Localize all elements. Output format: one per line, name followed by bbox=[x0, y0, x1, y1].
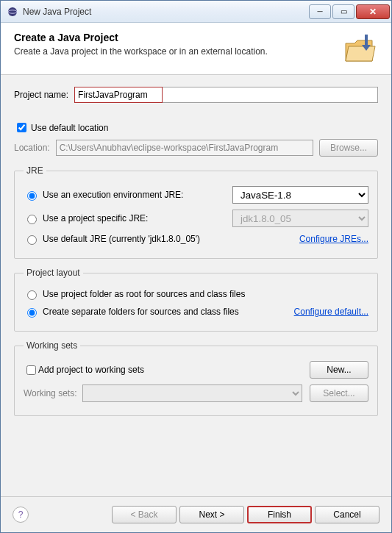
jre-exec-env-row: Use an execution environment JRE: JavaSE… bbox=[24, 186, 368, 204]
working-sets-select-row: Working sets: Select... bbox=[24, 384, 368, 402]
jre-default-label: Use default JRE (currently 'jdk1.8.0_05'… bbox=[43, 234, 299, 244]
next-button[interactable]: Next > bbox=[179, 506, 244, 523]
project-name-input[interactable] bbox=[74, 87, 163, 103]
svg-rect-4 bbox=[365, 35, 368, 45]
layout-separate-radio[interactable] bbox=[27, 308, 37, 318]
working-sets-new-button[interactable]: New... bbox=[310, 361, 368, 379]
layout-root-radio[interactable] bbox=[27, 290, 37, 300]
jre-default-radio[interactable] bbox=[27, 235, 37, 245]
jre-project-specific-select: jdk1.8.0_05 bbox=[232, 210, 368, 227]
back-button: < Back bbox=[112, 506, 177, 523]
working-sets-select-button: Select... bbox=[310, 384, 368, 402]
project-name-label: Project name: bbox=[14, 90, 68, 100]
project-name-field-extension[interactable] bbox=[163, 87, 378, 103]
working-sets-label: Working sets: bbox=[24, 388, 76, 398]
working-sets-legend: Working sets bbox=[24, 340, 80, 351]
eclipse-icon bbox=[7, 6, 18, 18]
project-name-row: Project name: bbox=[14, 87, 378, 103]
svg-point-0 bbox=[8, 7, 17, 16]
use-default-location-checkbox[interactable] bbox=[17, 123, 26, 132]
use-default-location-label: Use default location bbox=[31, 123, 108, 133]
jre-exec-env-radio[interactable] bbox=[27, 191, 37, 201]
layout-separate-label: Create separate folders for sources and … bbox=[43, 307, 294, 317]
working-sets-group: Working sets Add project to working sets… bbox=[14, 340, 378, 416]
maximize-button[interactable]: ▭ bbox=[332, 4, 354, 19]
configure-jres-link[interactable]: Configure JREs... bbox=[299, 234, 368, 244]
jre-project-specific-row: Use a project specific JRE: jdk1.8.0_05 bbox=[24, 210, 368, 227]
page-subtitle: Create a Java project in the workspace o… bbox=[14, 46, 343, 57]
project-layout-group: Project layout Use project folder as roo… bbox=[14, 268, 378, 332]
window-controls: ─ ▭ ✕ bbox=[309, 4, 391, 19]
layout-separate-row: Create separate folders for sources and … bbox=[24, 306, 368, 318]
jre-exec-env-select[interactable]: JavaSE-1.8 bbox=[232, 186, 368, 204]
folder-wizard-icon bbox=[343, 32, 378, 67]
titlebar[interactable]: New Java Project ─ ▭ ✕ bbox=[1, 1, 391, 23]
svg-marker-3 bbox=[346, 46, 375, 61]
add-to-working-sets-checkbox[interactable] bbox=[26, 365, 36, 375]
dialog-window: New Java Project ─ ▭ ✕ Create a Java Pro… bbox=[0, 0, 392, 533]
jre-project-specific-label: Use a project specific JRE: bbox=[43, 213, 232, 223]
dialog-footer: ? < Back Next > Finish Cancel bbox=[1, 496, 391, 532]
finish-button[interactable]: Finish bbox=[247, 506, 312, 523]
layout-root-label: Use project folder as root for sources a… bbox=[43, 289, 245, 299]
add-to-working-sets-label: Add project to working sets bbox=[38, 365, 310, 375]
dialog-body: Project name: Use default location Locat… bbox=[1, 75, 391, 496]
working-sets-add-row: Add project to working sets New... bbox=[24, 361, 368, 379]
window-title: New Java Project bbox=[23, 7, 309, 17]
layout-root-row: Use project folder as root for sources a… bbox=[24, 288, 368, 300]
location-input bbox=[56, 140, 313, 156]
cancel-button[interactable]: Cancel bbox=[315, 506, 379, 523]
minimize-button[interactable]: ─ bbox=[309, 4, 331, 19]
jre-legend: JRE bbox=[24, 165, 46, 176]
help-button[interactable]: ? bbox=[13, 507, 29, 523]
close-button[interactable]: ✕ bbox=[356, 4, 390, 19]
jre-default-row: Use default JRE (currently 'jdk1.8.0_05'… bbox=[24, 233, 368, 245]
browse-button: Browse... bbox=[319, 139, 378, 157]
working-sets-select bbox=[82, 384, 302, 402]
location-row: Location: Browse... bbox=[14, 139, 378, 157]
project-layout-legend: Project layout bbox=[24, 268, 83, 278]
location-label: Location: bbox=[14, 143, 50, 153]
jre-exec-env-label: Use an execution environment JRE: bbox=[43, 190, 232, 200]
jre-group: JRE Use an execution environment JRE: Ja… bbox=[14, 165, 378, 259]
use-default-location-row: Use default location bbox=[14, 121, 378, 135]
page-title: Create a Java Project bbox=[14, 32, 343, 43]
dialog-header: Create a Java Project Create a Java proj… bbox=[1, 23, 391, 75]
configure-default-link[interactable]: Configure default... bbox=[294, 307, 368, 317]
jre-project-specific-radio[interactable] bbox=[27, 215, 37, 224]
